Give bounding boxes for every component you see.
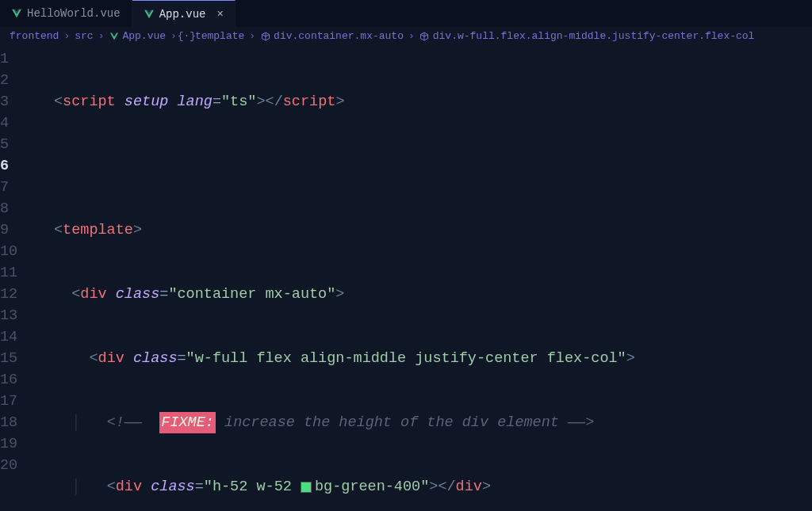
line-gutter: 1 2 3 4 5 6 7 8 9 10 11 12 13 14 15 16 1…	[0, 48, 54, 511]
braces-icon: {·}	[182, 31, 192, 41]
breadcrumb-frontend[interactable]: frontend	[10, 30, 59, 42]
line-number: 5	[0, 134, 38, 155]
cube-icon	[419, 31, 430, 41]
breadcrumb-label: div.container.mx-auto	[274, 30, 404, 42]
line-number: 16	[0, 369, 38, 391]
vue-icon	[144, 9, 155, 20]
line-number: 2	[0, 70, 38, 91]
line-number: 19	[0, 433, 38, 455]
chevron-right-icon: ›	[249, 30, 255, 42]
breadcrumb-div-wfull[interactable]: div.w-full.flex.align-middle.justify-cen…	[419, 30, 755, 42]
code-line-7: │ <div class="h-52 w-52 bg-green-400"></…	[54, 476, 812, 498]
code-editor[interactable]: 1 2 3 4 5 6 7 8 9 10 11 12 13 14 15 16 1…	[0, 45, 812, 511]
line-number: 18	[0, 412, 38, 433]
chevron-right-icon: ›	[408, 30, 415, 42]
fixme-badge: FIXME:	[159, 412, 216, 433]
tab-bar: HelloWorld.vue App.vue ×	[0, 0, 812, 27]
line-number: 20	[0, 455, 38, 476]
line-number: 3	[0, 91, 38, 112]
code-line-3: <template>	[54, 219, 812, 241]
chevron-right-icon: ›	[98, 30, 105, 42]
chevron-right-icon: ›	[170, 30, 177, 42]
breadcrumb-label: frontend	[10, 30, 59, 42]
breadcrumb: frontend › src › App.vue › {·} template …	[0, 27, 812, 45]
breadcrumb-template[interactable]: {·} template	[182, 30, 244, 42]
line-number: 4	[0, 112, 38, 134]
line-number: 12	[0, 284, 38, 305]
line-number: 10	[0, 241, 38, 262]
breadcrumb-label: src	[75, 30, 93, 42]
tab-helloworld[interactable]: HelloWorld.vue	[0, 0, 132, 27]
cube-icon	[260, 31, 270, 41]
code-line-4: <div class="container mx-auto">	[54, 284, 812, 305]
code-line-5: <div class="w-full flex align-middle jus…	[54, 348, 812, 369]
code-line-6: │ <!—— FIXME: increase the height of the…	[54, 412, 812, 433]
line-number: 1	[0, 48, 38, 70]
line-number: 13	[0, 305, 38, 326]
line-number: 7	[0, 177, 38, 198]
chevron-right-icon: ›	[63, 30, 70, 42]
tab-label: App.vue	[159, 8, 206, 21]
tab-app[interactable]: App.vue ×	[132, 0, 236, 27]
close-icon[interactable]: ×	[216, 8, 223, 21]
breadcrumb-label: App.vue	[122, 30, 166, 42]
line-number: 8	[0, 198, 38, 219]
line-number: 17	[0, 391, 38, 412]
line-number: 11	[0, 262, 38, 284]
line-number: 14	[0, 326, 38, 348]
breadcrumb-label: template	[195, 30, 244, 42]
breadcrumb-appvue[interactable]: App.vue	[109, 30, 166, 42]
line-number: 9	[0, 219, 38, 241]
code-content[interactable]: <script setup lang="ts"></script> <templ…	[54, 48, 812, 511]
tab-label: HelloWorld.vue	[27, 7, 121, 20]
color-swatch-green	[301, 482, 312, 493]
line-number: 15	[0, 348, 38, 369]
line-number-active: 6	[0, 155, 38, 177]
breadcrumb-div-container[interactable]: div.container.mx-auto	[260, 30, 404, 42]
breadcrumb-label: div.w-full.flex.align-middle.justify-cen…	[433, 30, 755, 42]
vue-icon	[11, 8, 22, 19]
vue-icon	[109, 31, 119, 41]
code-line-2	[54, 155, 812, 177]
code-line-1: <script setup lang="ts"></script>	[54, 91, 812, 112]
breadcrumb-src[interactable]: src	[75, 30, 93, 42]
